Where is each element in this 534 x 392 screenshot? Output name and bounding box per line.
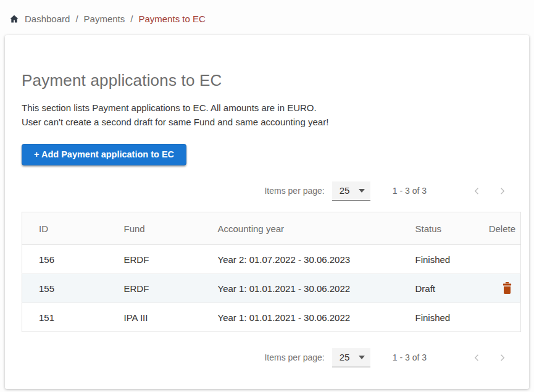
delete-button[interactable] <box>500 281 514 295</box>
previous-page-button[interactable] <box>472 353 482 362</box>
column-header-id: ID <box>22 212 107 245</box>
page-title: Payment applications to EC <box>22 71 520 90</box>
chevron-right-icon <box>498 353 507 362</box>
column-header-status: Status <box>399 212 473 245</box>
items-per-page-label: Items per page: <box>264 352 324 362</box>
table-row: 155 ERDF Year 1: 01.01.2021 - 30.06.2022… <box>22 274 521 303</box>
cell-id: 151 <box>22 303 107 332</box>
content-card: Payment applications to EC This section … <box>5 35 529 389</box>
cell-fund: IPA III <box>107 303 201 332</box>
items-per-page-select[interactable]: 25 <box>332 181 370 201</box>
breadcrumb-item-payments-to-ec: Payments to EC <box>138 14 205 24</box>
table-header: ID Fund Accounting year Status Delete <box>22 212 521 245</box>
cell-delete <box>473 274 521 303</box>
column-header-accounting-year: Accounting year <box>201 212 399 245</box>
cell-delete <box>473 245 521 274</box>
next-page-button[interactable] <box>498 353 507 362</box>
description-line-2: User can't create a second draft for sam… <box>22 115 520 129</box>
breadcrumb-item-dashboard[interactable]: Dashboard <box>25 14 70 24</box>
breadcrumb-separator: / <box>130 14 133 24</box>
home-icon[interactable] <box>9 14 19 23</box>
trash-icon <box>503 282 512 294</box>
cell-accounting-year: Year 2: 01.07.2022 - 30.06.2023 <box>201 245 399 274</box>
chevron-left-icon <box>472 353 482 362</box>
breadcrumb-separator: / <box>75 14 78 24</box>
description-line-1: This section lists Payment applications … <box>22 101 520 115</box>
next-page-button[interactable] <box>498 186 507 196</box>
items-per-page-label: Items per page: <box>264 186 324 196</box>
breadcrumb-item-payments[interactable]: Payments <box>84 14 125 24</box>
payment-applications-table: ID Fund Accounting year Status Delete 15… <box>22 212 521 332</box>
add-payment-application-button[interactable]: + Add Payment application to EC <box>22 144 186 165</box>
cell-status: Finished <box>399 245 473 274</box>
cell-status: Finished <box>399 303 473 332</box>
items-per-page-value: 25 <box>340 352 350 362</box>
cell-accounting-year: Year 1: 01.01.2021 - 30.06.2022 <box>201 274 399 303</box>
chevron-right-icon <box>498 186 507 196</box>
page-range-label: 1 - 3 of 3 <box>393 186 427 196</box>
chevron-left-icon <box>472 186 482 196</box>
cell-accounting-year: Year 1: 01.01.2021 - 30.06.2022 <box>201 303 399 332</box>
breadcrumb: Dashboard / Payments / Payments to EC <box>0 0 534 30</box>
cell-fund: ERDF <box>107 245 201 274</box>
paginator-top: Items per page: 25 1 - 3 of 3 <box>22 180 507 201</box>
cell-status: Draft <box>399 274 473 303</box>
cell-fund: ERDF <box>107 274 201 303</box>
table-body: 156 ERDF Year 2: 01.07.2022 - 30.06.2023… <box>22 245 521 332</box>
table-row: 151 IPA III Year 1: 01.01.2021 - 30.06.2… <box>22 303 521 332</box>
column-header-delete: Delete <box>473 212 521 245</box>
items-per-page-value: 25 <box>340 185 350 196</box>
items-per-page-select[interactable]: 25 <box>332 348 370 367</box>
table-row: 156 ERDF Year 2: 01.07.2022 - 30.06.2023… <box>22 245 521 274</box>
chevron-down-icon <box>359 189 365 193</box>
page-description: This section lists Payment applications … <box>22 101 520 129</box>
cell-id: 155 <box>22 274 107 303</box>
cell-delete <box>473 303 521 332</box>
previous-page-button[interactable] <box>472 186 482 196</box>
cell-id: 156 <box>22 245 107 274</box>
paginator-bottom: Items per page: 25 1 - 3 of 3 <box>22 347 507 368</box>
chevron-down-icon <box>359 356 365 359</box>
page-range-label: 1 - 3 of 3 <box>393 352 427 362</box>
column-header-fund: Fund <box>107 212 201 245</box>
